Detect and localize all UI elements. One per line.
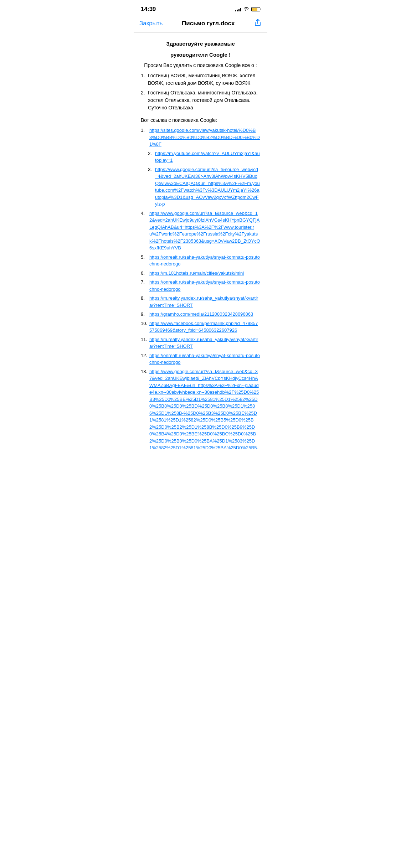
doc-intro: Просим Вас удалить с поисковика Coogle в… (141, 62, 260, 69)
share-button[interactable] (254, 19, 262, 28)
link-num-12: 12. (141, 352, 147, 359)
list-item-2: 2. Гостиниц Отельсаха, минигостиниц Отел… (141, 89, 260, 112)
nav-bar: Закрыть Письмо гугл.docx (134, 16, 267, 33)
list-num-1: 1. (141, 72, 145, 79)
document-content: Здравствуйте уважаемые руководители Coog… (134, 33, 267, 468)
link-item-4: 4.https://www.google.com/url?sa=t&source… (141, 210, 260, 252)
link-num-2: 2. (148, 150, 152, 157)
wifi-icon (243, 7, 249, 12)
status-bar: 14:39 ⚡ (134, 0, 267, 16)
link-item-3: 3.https://www.google.com/url?sa=t&source… (141, 166, 260, 208)
link-num-8: 8. (141, 295, 145, 302)
section-title: Вот ссылка с поисковика Coogle: (141, 117, 260, 124)
link-num-9: 9. (141, 311, 145, 318)
link-item-8: 8.https://m.realty.yandex.ru/saha_yakuti… (141, 295, 260, 309)
list-item-1: 1. Гостиниц ВОЯЖ, минигостиниц ВОЯЖ, хос… (141, 72, 260, 87)
link-url-7[interactable]: https://onrealt.ru/saha-yakutiya/snyat-k… (149, 279, 260, 292)
list-num-2: 2. (141, 89, 145, 97)
link-num-7: 7. (141, 279, 145, 286)
link-url-4[interactable]: https://www.google.com/url?sa=t&source=w… (149, 211, 260, 251)
link-num-11: 11. (141, 336, 147, 343)
share-icon (254, 19, 262, 26)
link-url-13[interactable]: https://www.google.com/url?sa=t&source=w… (149, 369, 259, 451)
links-list: 1.https://sites.google.com/view/yakutsk-… (141, 127, 260, 451)
link-num-10: 10. (141, 320, 147, 327)
link-item-10: 10.https://www.facebook.com/permalink.ph… (141, 320, 260, 334)
link-num-1: 1. (141, 127, 145, 134)
link-url-12[interactable]: https://onrealt.ru/saha-yakutiya/snyat-k… (149, 353, 260, 365)
link-item-1: 1.https://sites.google.com/view/yakutsk-… (141, 127, 260, 148)
link-url-6[interactable]: https://m.101hotels.ru/main/cities/yakut… (149, 270, 244, 276)
link-item-5: 5.https://onrealt.ru/saha-yakutiya/snyat… (141, 254, 260, 268)
link-item-13: 13.https://www.google.com/url?sa=t&sourc… (141, 368, 260, 451)
link-num-13: 13. (141, 368, 147, 375)
link-num-4: 4. (141, 210, 145, 217)
link-url-8[interactable]: https://m.realty.yandex.ru/saha_yakutiya… (149, 295, 258, 308)
link-url-10[interactable]: https://www.facebook.com/permalink.php?i… (149, 321, 258, 333)
link-url-9[interactable]: https://gramho.com/media/211208032342809… (149, 311, 253, 317)
link-num-6: 6. (141, 270, 145, 277)
link-item-7: 7.https://onrealt.ru/saha-yakutiya/snyat… (141, 279, 260, 293)
doc-heading-line1: Здравствуйте уважаемые (141, 40, 260, 48)
link-item-9: 9.https://gramho.com/media/2112080323428… (141, 311, 260, 318)
document-title: Письмо гугл.docx (182, 20, 235, 27)
doc-heading-line2: руководители Coogle ! (141, 51, 260, 59)
signal-icon (235, 7, 241, 11)
link-url-2[interactable]: https://m.youtube.com/watch?v=AULUYm2jaY… (155, 151, 260, 163)
close-button[interactable]: Закрыть (139, 20, 163, 27)
link-url-5[interactable]: https://onrealt.ru/saha-yakutiya/snyat-k… (149, 254, 260, 267)
link-item-12: 12.https://onrealt.ru/saha-yakutiya/snya… (141, 352, 260, 366)
link-item-2: 2.https://m.youtube.com/watch?v=AULUYm2j… (141, 150, 260, 164)
link-num-3: 3. (148, 166, 152, 173)
status-time: 14:39 (141, 6, 156, 13)
link-url-1[interactable]: https://sites.google.com/view/yakutsk-ho… (149, 128, 260, 147)
link-url-3[interactable]: https://www.google.com/url?sa=t&source=w… (155, 167, 260, 207)
battery-icon: ⚡ (251, 7, 260, 11)
link-item-11: 11.https://m.realty.yandex.ru/saha_yakut… (141, 336, 260, 350)
status-icons: ⚡ (235, 7, 260, 12)
link-num-5: 5. (141, 254, 145, 261)
link-url-11[interactable]: https://m.realty.yandex.ru/saha_yakutiya… (149, 337, 258, 349)
link-item-6: 6.https://m.101hotels.ru/main/cities/yak… (141, 270, 260, 277)
